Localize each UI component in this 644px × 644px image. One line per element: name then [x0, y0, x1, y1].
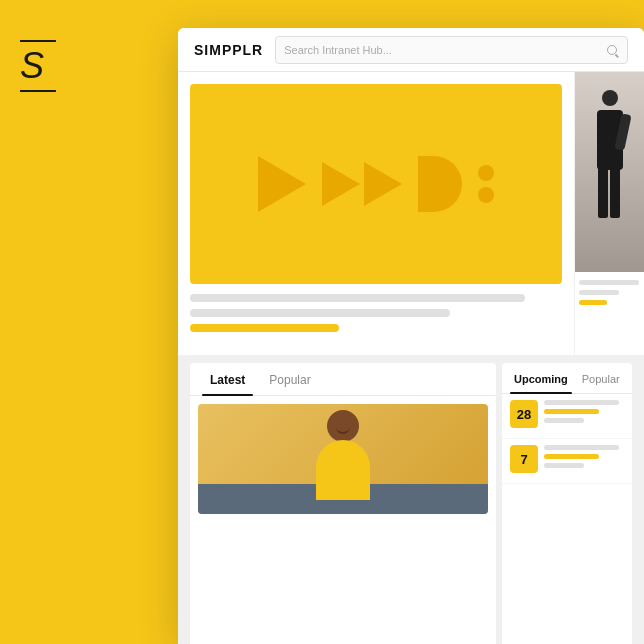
event-item-1: 28 [502, 394, 632, 439]
article-person-torso [316, 440, 370, 500]
sidebar-logo: S [20, 40, 56, 92]
person-silhouette [575, 72, 644, 272]
event-item-2: 7 [502, 439, 632, 484]
logo-line-bottom [20, 90, 56, 92]
person-leg-right-side [610, 168, 620, 218]
text-bar-accent [190, 324, 339, 332]
event-bar-long-2 [544, 445, 619, 450]
hero-shapes [258, 156, 494, 212]
article-person-container [198, 404, 488, 514]
hero-section [178, 72, 644, 355]
side-bar-medium [579, 290, 619, 295]
event-text-bars-2 [544, 445, 624, 472]
event-bar-short-1 [544, 418, 584, 423]
logo-line-top [20, 40, 56, 42]
search-icon-circle [607, 45, 617, 55]
forward-triangles-icon [322, 162, 402, 206]
dot-group-icon [478, 165, 494, 203]
event-date-badge-1: 28 [510, 400, 538, 428]
text-bar-medium [190, 309, 450, 317]
tab-popular-right[interactable]: Popular [578, 363, 624, 393]
play-triangle-icon [258, 156, 306, 212]
forward-tri-2 [364, 162, 402, 206]
event-bar-short-2 [544, 463, 584, 468]
side-text-bars [575, 272, 644, 318]
event-bar-accent-2 [544, 454, 599, 459]
dot-1 [478, 165, 494, 181]
hero-side-image [575, 72, 644, 272]
tab-upcoming[interactable]: Upcoming [510, 363, 572, 393]
hero-text-bars [190, 284, 562, 343]
event-text-bars-1 [544, 400, 624, 427]
browser-window: SIMPPLR Search Intranet Hub... [178, 28, 644, 644]
search-bar[interactable]: Search Intranet Hub... [275, 36, 628, 64]
tab-latest[interactable]: Latest [202, 363, 253, 395]
side-bar-accent [579, 300, 607, 305]
left-panel-content [190, 396, 496, 522]
logo-letter: S [20, 48, 42, 84]
person-head-side [602, 90, 618, 106]
half-circle-icon [418, 156, 462, 212]
hero-card-main [178, 72, 574, 355]
article-image [198, 404, 488, 514]
left-tab-bar: Latest Popular [190, 363, 496, 396]
hero-main-image [190, 84, 562, 284]
side-bar-long [579, 280, 639, 285]
search-icon [605, 43, 619, 57]
top-bar: SIMPPLR Search Intranet Hub... [178, 28, 644, 72]
event-bar-long-1 [544, 400, 619, 405]
dot-2 [478, 187, 494, 203]
forward-tri-1 [322, 162, 360, 206]
event-date-badge-2: 7 [510, 445, 538, 473]
right-panel: Upcoming Popular 28 7 [502, 363, 632, 644]
search-placeholder-text: Search Intranet Hub... [284, 44, 605, 56]
brand-logo: SIMPPLR [194, 42, 263, 58]
left-panel: Latest Popular [190, 363, 496, 644]
right-tab-bar: Upcoming Popular [502, 363, 632, 394]
hero-card-side [574, 72, 644, 355]
event-bar-accent-1 [544, 409, 599, 414]
person-leg-left-side [598, 168, 608, 218]
text-bar-long [190, 294, 525, 302]
tab-popular-left[interactable]: Popular [261, 363, 318, 395]
lower-section: Latest Popular [178, 355, 644, 644]
content-area: Latest Popular [178, 72, 644, 644]
